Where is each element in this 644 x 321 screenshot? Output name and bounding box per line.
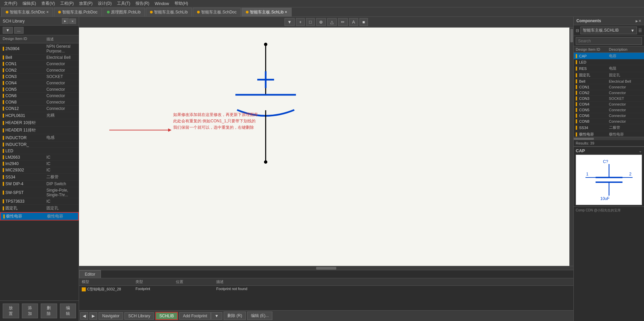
right-item-bell[interactable]: Bell Electrical Bell <box>574 79 644 84</box>
right-item-con8[interactable]: CON8 Connector <box>574 119 644 124</box>
menu-place[interactable]: 放置(P) <box>76 1 95 6</box>
tab-schdoc-2[interactable]: 智能车主板.SchDoc <box>193 8 241 16</box>
right-item-ss34[interactable]: SS34 二极管 <box>574 124 644 131</box>
list-item[interactable]: INDUCTOR 电感 <box>0 134 79 142</box>
delete-button-status[interactable]: 删除 (R) <box>224 312 246 320</box>
place-button[interactable]: 放置 <box>3 304 19 318</box>
h-scroll-thumb[interactable] <box>316 267 336 270</box>
toolbar-fill[interactable]: ■ <box>359 18 368 26</box>
list-item[interactable]: CON8 Connector <box>0 99 79 106</box>
schematic-canvas[interactable]: 如果修改添加就在这里修改，再更新下原理图库 此处会有重复的 例如CON1_1,只… <box>79 28 569 266</box>
add-button[interactable]: 添加 <box>22 304 38 318</box>
right-item-con2[interactable]: CON2 Connector <box>574 90 644 96</box>
preview-expand-icon[interactable]: ⌄ <box>639 149 642 153</box>
right-list[interactable]: CAP 电容 LED RES 电阻 固定孔 固定孔 Bell Electrica… <box>574 53 644 137</box>
list-item[interactable]: 固定孔 固定孔 <box>0 205 79 212</box>
tab-pcblib[interactable]: 原理图库.PcbLib <box>103 8 145 16</box>
list-item[interactable]: HEADER 10排针 <box>0 119 79 127</box>
right-pin-button[interactable]: ▸ <box>636 18 638 24</box>
menu-help[interactable]: 帮助(H) <box>172 1 191 6</box>
options-button[interactable]: ... <box>14 27 24 34</box>
editor-table-row[interactable]: C型钼电容_6032_28 Footprint Footprint not fo… <box>79 286 573 293</box>
list-item[interactable]: CON1 Connector <box>0 61 79 67</box>
toolbar-cross[interactable]: ⊕ <box>316 18 326 26</box>
edit-button-status[interactable]: 编辑 (E)... <box>247 312 272 320</box>
tab-schlib[interactable]: SCHLIB <box>155 312 178 320</box>
list-item-selected[interactable]: 极性电容 极性电容 <box>0 212 79 220</box>
list-item[interactable]: LED <box>0 148 79 154</box>
toolbar-text[interactable]: A <box>349 18 358 26</box>
list-item[interactable]: Bell Electrical Bell <box>0 54 79 61</box>
list-item[interactable]: SS34 二极管 <box>0 173 79 181</box>
toolbar-draw[interactable]: ✏ <box>338 18 348 26</box>
menu-view[interactable]: 查看(V) <box>39 1 58 6</box>
list-item[interactable]: HCPL0631 光耦 <box>0 112 79 119</box>
search-input[interactable] <box>576 37 642 45</box>
toolbar-add[interactable]: + <box>296 18 305 26</box>
tab-schlib-1[interactable]: 智能车主板.SchLib <box>146 8 192 16</box>
right-item-con3[interactable]: CON3 SOCKET <box>574 96 644 102</box>
right-item-cap[interactable]: CAP 电容 <box>574 53 644 59</box>
tab-editor[interactable]: Editor <box>79 270 101 278</box>
horizontal-scrollbar[interactable] <box>79 266 573 270</box>
right-item-con1[interactable]: CON1 Connector <box>574 84 644 90</box>
list-item[interactable]: CON12 Connector <box>0 106 79 112</box>
list-item[interactable]: CON6 Connector <box>0 93 79 99</box>
right-item-polarcap[interactable]: 极性电容 极性电容 <box>574 131 644 137</box>
v-scroll-thumb[interactable] <box>570 29 573 42</box>
list-item[interactable]: SW-SPST Single-Pole, Single-Thr... <box>0 187 79 198</box>
right-item-fixhole[interactable]: 固定孔 固定孔 <box>574 72 644 79</box>
right-menu-button[interactable]: ☰ <box>638 28 642 33</box>
right-close-button[interactable]: × <box>639 18 641 24</box>
menu-tools[interactable]: 工具(T) <box>114 1 133 6</box>
list-item[interactable]: 2N3904 NPN General Purpose... <box>0 43 79 54</box>
edit-button[interactable]: 编辑 <box>60 304 76 318</box>
add-footprint-button[interactable]: Add Footprint <box>179 312 211 320</box>
library-list[interactable]: 2N3904 NPN General Purpose... Bell Elect… <box>0 43 79 300</box>
right-item-led[interactable]: LED <box>574 59 644 65</box>
left-panel-pin[interactable]: ▸ <box>62 18 69 24</box>
list-item[interactable]: CON3 SOCKET <box>0 74 79 80</box>
nav-next[interactable]: ▶ <box>89 312 97 320</box>
list-item[interactable]: CON5 Connector <box>0 86 79 93</box>
right-item-res[interactable]: RES 电阻 <box>574 65 644 72</box>
right-h-scroll[interactable] <box>574 137 644 140</box>
list-item[interactable]: MIC29302 IC <box>0 167 79 173</box>
list-item[interactable]: HEADER 11排针 <box>0 127 79 134</box>
menu-report[interactable]: 报告(R) <box>133 1 152 6</box>
tab-schlib-2[interactable]: 智能车主板.SchLib × <box>241 8 291 16</box>
toolbar-filter[interactable]: ▼ <box>285 18 295 26</box>
right-item-con4[interactable]: CON4 Connector <box>574 102 644 107</box>
right-item-con5[interactable]: CON5 Connector <box>574 107 644 113</box>
menu-project[interactable]: 工程(P) <box>58 1 76 6</box>
toolbar-poly[interactable]: △ <box>327 18 337 26</box>
tab-pcbdoc[interactable]: 智能车主板.PcbDoc <box>54 8 102 16</box>
list-item[interactable]: LM2663 IC <box>0 154 79 161</box>
tab-schdoc-1[interactable]: 智能车主板.SchDoc × <box>1 8 53 16</box>
menu-window[interactable]: Window <box>152 1 172 6</box>
right-item-con6[interactable]: CON6 Connector <box>574 113 644 119</box>
filter-button[interactable]: ▼ <box>3 27 13 34</box>
nav-prev[interactable]: ◀ <box>80 312 88 320</box>
toolbar-rect[interactable]: □ <box>306 18 315 26</box>
menu-edit[interactable]: 编辑(E) <box>20 1 39 6</box>
library-dropdown[interactable]: 智能车主板.SCHLIB ▼ <box>580 27 637 34</box>
list-item[interactable]: CON4 Connector <box>0 80 79 86</box>
list-item[interactable]: SW DIP-4 DIP Switch <box>0 181 79 187</box>
delete-button[interactable]: 删除 <box>41 304 57 318</box>
canvas-inner[interactable]: 如果修改添加就在这里修改，再更新下原理图库 此处会有重复的 例如CON1_1,只… <box>79 28 569 266</box>
tab-sch-library[interactable]: SCH Library <box>124 312 154 320</box>
left-panel-close[interactable]: × <box>69 18 76 24</box>
tab-navigator[interactable]: Navigator <box>99 312 123 320</box>
list-item[interactable]: TPS73633 IC <box>0 198 79 205</box>
list-item[interactable]: lm2940 IC <box>0 161 79 167</box>
menu-design[interactable]: 设计(D) <box>95 1 114 6</box>
right-scroll-thumb[interactable] <box>574 138 594 140</box>
right-filter-icon[interactable]: ⊟ <box>576 28 579 33</box>
list-item[interactable]: CON2 Connector <box>0 67 79 74</box>
menu-file[interactable]: 文件(F) <box>1 1 20 6</box>
list-item[interactable]: INDUCTOR_ <box>0 142 79 148</box>
vertical-scrollbar[interactable] <box>569 28 573 266</box>
add-footprint-dropdown[interactable]: ▼ <box>211 312 222 320</box>
row-position <box>176 287 216 292</box>
